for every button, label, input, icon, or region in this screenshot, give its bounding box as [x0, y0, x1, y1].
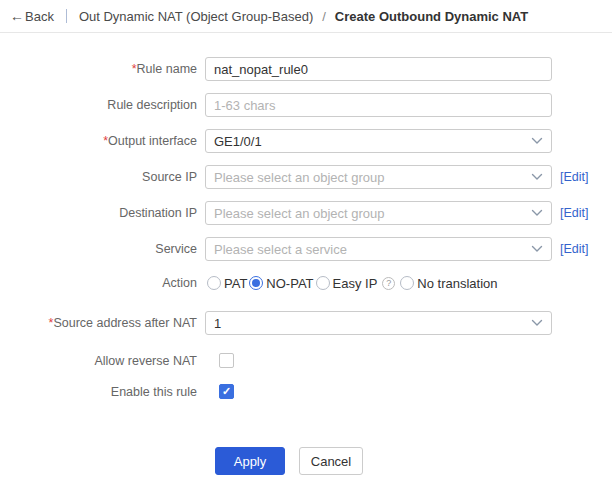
- create-nat-form: *Rule name Rule description *Output inte…: [0, 33, 612, 475]
- breadcrumb-separator: /: [322, 9, 326, 24]
- source-address-after-nat-label: *Source address after NAT: [0, 316, 205, 330]
- chevron-down-icon: [531, 209, 543, 217]
- cancel-button[interactable]: Cancel: [299, 447, 363, 475]
- help-icon[interactable]: ?: [382, 277, 395, 290]
- source-ip-row: Source IP Please select an object group …: [0, 165, 612, 189]
- enable-this-rule-label: Enable this rule: [0, 385, 205, 399]
- breadcrumb-parent[interactable]: Out Dynamic NAT (Object Group-Based): [79, 9, 313, 24]
- chevron-down-icon: [531, 137, 543, 145]
- back-arrow-icon: ←: [10, 8, 24, 24]
- radio-button-icon[interactable]: [316, 276, 330, 290]
- back-button[interactable]: ← Back: [10, 8, 54, 24]
- rule-name-row: *Rule name: [0, 57, 612, 81]
- service-select[interactable]: Please select a service: [205, 237, 552, 261]
- source-ip-placeholder: Please select an object group: [214, 170, 385, 185]
- header-divider: [66, 9, 67, 23]
- service-row: Service Please select a service [Edit]: [0, 237, 612, 261]
- rule-name-label: *Rule name: [0, 62, 205, 76]
- action-row: Action PAT NO-PAT Easy IP ? No translati…: [0, 273, 612, 293]
- radio-no-pat[interactable]: NO-PAT: [247, 276, 313, 291]
- allow-reverse-nat-row: Allow reverse NAT ✓: [0, 353, 612, 368]
- rule-name-input[interactable]: [205, 57, 552, 81]
- enable-this-rule-row: Enable this rule ✓: [0, 384, 612, 399]
- page-header: ← Back Out Dynamic NAT (Object Group-Bas…: [0, 0, 612, 33]
- radio-button-icon[interactable]: [207, 276, 221, 290]
- source-ip-label: Source IP: [0, 170, 205, 184]
- allow-reverse-nat-checkbox[interactable]: ✓: [219, 353, 234, 368]
- output-interface-value: GE1/0/1: [214, 134, 262, 149]
- rule-description-input[interactable]: [205, 93, 552, 117]
- radio-no-translation[interactable]: No translation: [398, 276, 497, 291]
- rule-description-label: Rule description: [0, 98, 205, 112]
- destination-ip-select[interactable]: Please select an object group: [205, 201, 552, 225]
- rule-description-row: Rule description: [0, 93, 612, 117]
- back-label: Back: [25, 9, 54, 24]
- source-address-after-nat-value: 1: [214, 316, 221, 331]
- service-placeholder: Please select a service: [214, 242, 347, 257]
- source-address-after-nat-select[interactable]: 1: [205, 311, 552, 335]
- destination-ip-label: Destination IP: [0, 206, 205, 220]
- destination-ip-row: Destination IP Please select an object g…: [0, 201, 612, 225]
- chevron-down-icon: [531, 319, 543, 327]
- radio-easy-ip[interactable]: Easy IP: [314, 276, 378, 291]
- source-ip-edit-link[interactable]: [Edit]: [560, 170, 589, 184]
- radio-button-icon[interactable]: [249, 276, 263, 290]
- apply-button[interactable]: Apply: [215, 447, 285, 475]
- source-ip-select[interactable]: Please select an object group: [205, 165, 552, 189]
- allow-reverse-nat-label: Allow reverse NAT: [0, 354, 205, 368]
- output-interface-label: *Output interface: [0, 134, 205, 148]
- source-address-after-nat-row: *Source address after NAT 1: [0, 311, 612, 335]
- enable-this-rule-checkbox[interactable]: ✓: [219, 384, 234, 399]
- form-actions: Apply Cancel: [215, 447, 612, 475]
- output-interface-row: *Output interface GE1/0/1: [0, 129, 612, 153]
- check-icon: ✓: [222, 386, 231, 397]
- action-label: Action: [0, 276, 205, 290]
- chevron-down-icon: [531, 245, 543, 253]
- page-title: Create Outbound Dynamic NAT: [335, 9, 528, 24]
- service-edit-link[interactable]: [Edit]: [560, 242, 589, 256]
- destination-ip-placeholder: Please select an object group: [214, 206, 385, 221]
- chevron-down-icon: [531, 173, 543, 181]
- radio-pat[interactable]: PAT: [205, 276, 247, 291]
- destination-ip-edit-link[interactable]: [Edit]: [560, 206, 589, 220]
- radio-button-icon[interactable]: [400, 276, 414, 290]
- output-interface-select[interactable]: GE1/0/1: [205, 129, 552, 153]
- action-radio-group: PAT NO-PAT Easy IP ? No translation: [205, 276, 498, 291]
- service-label: Service: [0, 242, 205, 256]
